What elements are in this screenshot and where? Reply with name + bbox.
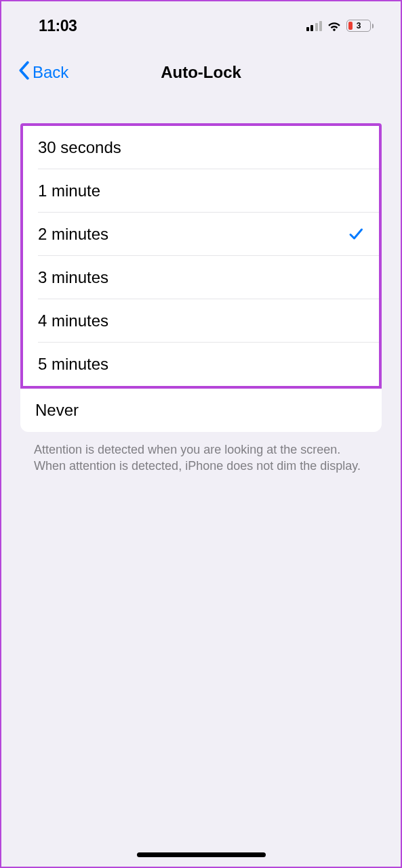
status-time: 11:03 — [39, 17, 77, 35]
navigation-bar: Back Auto-Lock — [1, 43, 401, 96]
option-5-minutes[interactable]: 5 minutes — [23, 343, 379, 386]
option-4-minutes[interactable]: 4 minutes — [23, 299, 379, 343]
option-never[interactable]: Never — [20, 389, 382, 432]
option-label: 4 minutes — [38, 311, 108, 330]
highlighted-options-group: 30 seconds 1 minute 2 minutes 3 minutes … — [20, 123, 382, 389]
back-label: Back — [33, 63, 68, 82]
auto-lock-options: 30 seconds 1 minute 2 minutes 3 minutes … — [20, 123, 382, 432]
option-label: 1 minute — [38, 181, 100, 200]
back-button[interactable]: Back — [18, 61, 68, 84]
option-label: 3 minutes — [38, 268, 108, 287]
footer-note: Attention is detected when you are looki… — [34, 441, 368, 475]
option-label: 2 minutes — [38, 225, 108, 244]
option-2-minutes[interactable]: 2 minutes — [23, 213, 379, 256]
checkmark-icon — [348, 226, 364, 242]
status-indicators: 3 — [306, 20, 374, 32]
cellular-signal-icon — [306, 21, 323, 31]
option-label: Never — [35, 401, 79, 420]
battery-level: 3 — [347, 21, 370, 30]
option-30-seconds[interactable]: 30 seconds — [23, 126, 379, 169]
option-label: 5 minutes — [38, 355, 108, 374]
status-bar: 11:03 3 — [1, 1, 401, 43]
page-title: Auto-Lock — [161, 63, 241, 82]
chevron-left-icon — [18, 61, 30, 84]
wifi-icon — [327, 20, 342, 32]
option-3-minutes[interactable]: 3 minutes — [23, 256, 379, 299]
option-label: 30 seconds — [38, 138, 121, 157]
home-indicator[interactable] — [137, 852, 266, 857]
option-1-minute[interactable]: 1 minute — [23, 169, 379, 213]
battery-icon: 3 — [346, 20, 374, 32]
